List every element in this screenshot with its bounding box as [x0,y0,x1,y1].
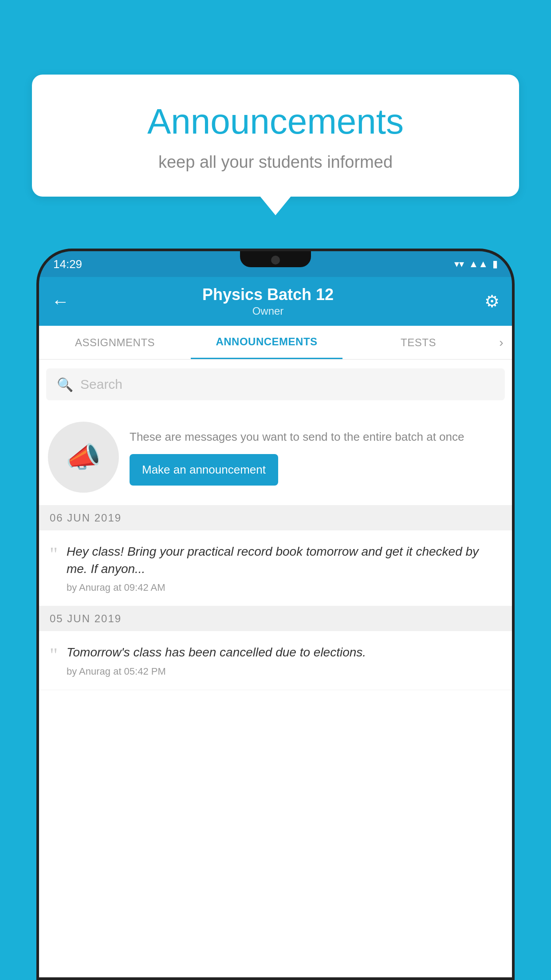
empty-state: 📣 These are messages you want to send to… [39,409,512,506]
announcement-text-2: Tomorrow's class has been cancelled due … [67,644,366,661]
volume-down-button [36,367,37,402]
bubble-subtitle: keep all your students informed [53,153,498,172]
app-bar-subtitle: Owner [78,305,458,317]
announcement-meta-2: by Anurag at 05:42 PM [67,666,366,677]
battery-icon: ▮ [492,258,498,270]
volume-up-button [36,322,37,358]
bubble-title: Announcements [53,101,498,142]
announcement-meta-1: by Anurag at 09:42 AM [67,582,501,593]
app-bar-title-block: Physics Batch 12 Owner [78,285,458,317]
announcement-item-1[interactable]: " Hey class! Bring your practical record… [39,530,512,606]
announcement-text-block-2: Tomorrow's class has been cancelled due … [67,644,366,677]
power-button [514,340,515,384]
speech-bubble: Announcements keep all your students inf… [32,75,519,197]
app-bar: ← Physics Batch 12 Owner ⚙ [39,277,512,326]
megaphone-icon: 📣 [66,441,101,474]
search-icon: 🔍 [57,377,73,392]
search-placeholder: Search [80,377,122,392]
status-time: 14:29 [53,257,82,271]
empty-state-description: These are messages you want to send to t… [130,429,503,445]
date-separator-2: 05 JUN 2019 [39,606,512,631]
camera [271,256,280,265]
date-separator-1: 06 JUN 2019 [39,506,512,530]
announcement-icon-circle: 📣 [48,422,119,493]
app-bar-title: Physics Batch 12 [78,285,458,304]
tab-tests[interactable]: TESTS [342,326,494,359]
phone-frame: 14:29 ▾▾ ▲▲ ▮ ← Physics Batch 12 Owner ⚙… [36,249,515,980]
announcement-text-block-1: Hey class! Bring your practical record b… [67,543,501,593]
wifi-icon: ▾▾ [454,258,464,270]
make-announcement-button[interactable]: Make an announcement [130,454,278,486]
tab-assignments[interactable]: ASSIGNMENTS [39,326,191,359]
settings-icon[interactable]: ⚙ [484,292,500,311]
screen-content: 🔍 Search 📣 These are messages you want t… [39,360,512,977]
announcement-text-1: Hey class! Bring your practical record b… [67,543,501,577]
search-bar[interactable]: 🔍 Search [46,368,505,400]
announcement-item-2[interactable]: " Tomorrow's class has been cancelled du… [39,631,512,690]
status-icons: ▾▾ ▲▲ ▮ [454,258,498,270]
tabs: ASSIGNMENTS ANNOUNCEMENTS TESTS › [39,326,512,360]
tab-more[interactable]: › [494,336,512,350]
notch [240,251,311,267]
empty-state-text: These are messages you want to send to t… [130,429,503,485]
quote-icon-1: " [50,545,58,564]
tab-announcements[interactable]: ANNOUNCEMENTS [191,326,342,359]
back-button[interactable]: ← [51,292,69,312]
quote-icon-2: " [50,645,58,665]
signal-icon: ▲▲ [468,258,488,270]
